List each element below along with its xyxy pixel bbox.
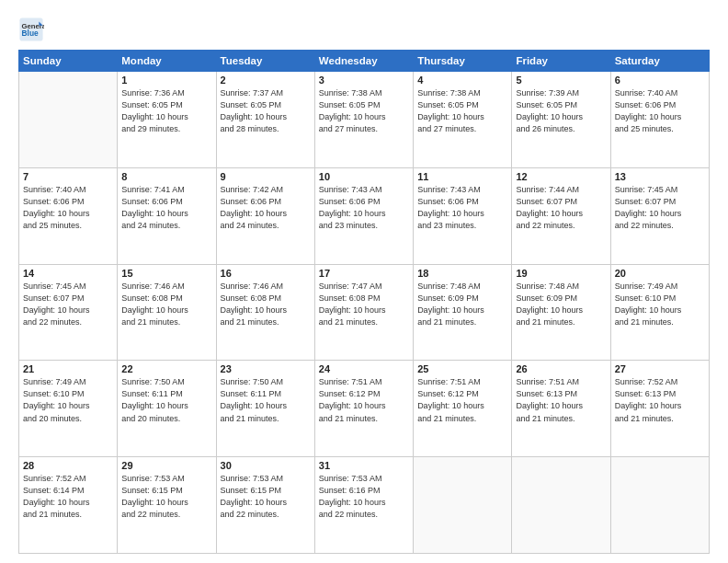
day-info: Sunrise: 7:52 AM Sunset: 6:14 PM Dayligh… [23,473,113,521]
day-number: 26 [516,363,606,374]
day-number: 17 [319,268,409,279]
calendar-cell: 1Sunrise: 7:36 AM Sunset: 6:05 PM Daylig… [118,72,216,168]
calendar-cell: 6Sunrise: 7:40 AM Sunset: 6:06 PM Daylig… [610,72,709,168]
col-header-monday: Monday [118,51,216,72]
day-number: 28 [23,460,113,471]
calendar-cell: 23Sunrise: 7:50 AM Sunset: 6:11 PM Dayli… [216,361,314,457]
calendar-cell: 20Sunrise: 7:49 AM Sunset: 6:10 PM Dayli… [610,264,709,361]
day-info: Sunrise: 7:46 AM Sunset: 6:08 PM Dayligh… [121,281,211,328]
day-number: 16 [221,268,311,279]
calendar-cell: 2Sunrise: 7:37 AM Sunset: 6:05 PM Daylig… [216,72,314,168]
day-number: 9 [221,171,311,182]
day-info: Sunrise: 7:44 AM Sunset: 6:07 PM Dayligh… [516,184,606,232]
day-info: Sunrise: 7:40 AM Sunset: 6:06 PM Dayligh… [615,87,705,135]
day-number: 15 [121,268,211,279]
calendar-cell: 22Sunrise: 7:50 AM Sunset: 6:11 PM Dayli… [118,361,216,457]
calendar-cell: 3Sunrise: 7:38 AM Sunset: 6:05 PM Daylig… [314,72,413,168]
day-number: 2 [221,75,311,86]
svg-text:Blue: Blue [22,29,39,38]
day-info: Sunrise: 7:38 AM Sunset: 6:05 PM Dayligh… [417,87,507,135]
page: General Blue SundayMondayTuesdayWednesda… [0,0,728,563]
day-info: Sunrise: 7:51 AM Sunset: 6:12 PM Dayligh… [319,376,409,424]
calendar-cell: 11Sunrise: 7:43 AM Sunset: 6:06 PM Dayli… [414,167,512,264]
col-header-sunday: Sunday [19,51,118,72]
day-number: 31 [319,460,409,471]
calendar-cell: 29Sunrise: 7:53 AM Sunset: 6:15 PM Dayli… [118,457,216,554]
calendar-cell: 14Sunrise: 7:45 AM Sunset: 6:07 PM Dayli… [19,264,118,361]
calendar-cell: 16Sunrise: 7:46 AM Sunset: 6:08 PM Dayli… [216,264,314,361]
calendar-cell: 28Sunrise: 7:52 AM Sunset: 6:14 PM Dayli… [19,457,118,554]
day-number: 29 [121,460,211,471]
week-row-1: 1Sunrise: 7:36 AM Sunset: 6:05 PM Daylig… [19,72,710,168]
day-number: 6 [615,75,705,86]
day-info: Sunrise: 7:43 AM Sunset: 6:06 PM Dayligh… [417,184,507,232]
day-info: Sunrise: 7:50 AM Sunset: 6:11 PM Dayligh… [221,376,311,424]
calendar-cell [19,72,118,168]
col-header-tuesday: Tuesday [216,51,314,72]
calendar-table: SundayMondayTuesdayWednesdayThursdayFrid… [18,50,710,554]
day-number: 8 [121,171,211,182]
day-info: Sunrise: 7:39 AM Sunset: 6:05 PM Dayligh… [516,87,606,135]
day-number: 3 [319,75,409,86]
day-number: 4 [417,75,507,86]
calendar-cell: 8Sunrise: 7:41 AM Sunset: 6:06 PM Daylig… [118,167,216,264]
day-info: Sunrise: 7:53 AM Sunset: 6:15 PM Dayligh… [121,473,211,521]
calendar-cell: 12Sunrise: 7:44 AM Sunset: 6:07 PM Dayli… [512,167,610,264]
day-info: Sunrise: 7:42 AM Sunset: 6:06 PM Dayligh… [221,184,311,232]
day-info: Sunrise: 7:43 AM Sunset: 6:06 PM Dayligh… [319,184,409,232]
day-info: Sunrise: 7:45 AM Sunset: 6:07 PM Dayligh… [23,281,113,328]
day-number: 19 [516,268,606,279]
day-number: 21 [23,363,113,374]
calendar-cell: 15Sunrise: 7:46 AM Sunset: 6:08 PM Dayli… [118,264,216,361]
day-number: 23 [221,363,311,374]
day-number: 11 [417,171,507,182]
day-number: 1 [121,75,211,86]
calendar-cell: 25Sunrise: 7:51 AM Sunset: 6:12 PM Dayli… [414,361,512,457]
day-info: Sunrise: 7:52 AM Sunset: 6:13 PM Dayligh… [615,376,705,424]
logo-icon: General Blue [18,17,44,42]
logo: General Blue [18,17,48,42]
calendar-cell: 17Sunrise: 7:47 AM Sunset: 6:08 PM Dayli… [314,264,413,361]
header: General Blue [18,17,710,42]
calendar-cell: 24Sunrise: 7:51 AM Sunset: 6:12 PM Dayli… [314,361,413,457]
day-number: 30 [221,460,311,471]
week-row-5: 28Sunrise: 7:52 AM Sunset: 6:14 PM Dayli… [19,457,710,554]
day-info: Sunrise: 7:47 AM Sunset: 6:08 PM Dayligh… [319,281,409,328]
day-info: Sunrise: 7:41 AM Sunset: 6:06 PM Dayligh… [121,184,211,232]
calendar-cell: 31Sunrise: 7:53 AM Sunset: 6:16 PM Dayli… [314,457,413,554]
day-info: Sunrise: 7:49 AM Sunset: 6:10 PM Dayligh… [23,376,113,424]
day-number: 14 [23,268,113,279]
day-info: Sunrise: 7:45 AM Sunset: 6:07 PM Dayligh… [615,184,705,232]
week-row-2: 7Sunrise: 7:40 AM Sunset: 6:06 PM Daylig… [19,167,710,264]
calendar-cell [512,457,610,554]
day-number: 10 [319,171,409,182]
day-number: 20 [615,268,705,279]
calendar-cell: 5Sunrise: 7:39 AM Sunset: 6:05 PM Daylig… [512,72,610,168]
calendar-cell: 26Sunrise: 7:51 AM Sunset: 6:13 PM Dayli… [512,361,610,457]
day-number: 22 [121,363,211,374]
day-info: Sunrise: 7:46 AM Sunset: 6:08 PM Dayligh… [221,281,311,328]
day-number: 27 [615,363,705,374]
calendar-cell: 9Sunrise: 7:42 AM Sunset: 6:06 PM Daylig… [216,167,314,264]
calendar-cell: 7Sunrise: 7:40 AM Sunset: 6:06 PM Daylig… [19,167,118,264]
day-number: 7 [23,171,113,182]
calendar-cell: 21Sunrise: 7:49 AM Sunset: 6:10 PM Dayli… [19,361,118,457]
day-info: Sunrise: 7:53 AM Sunset: 6:16 PM Dayligh… [319,473,409,521]
day-info: Sunrise: 7:51 AM Sunset: 6:13 PM Dayligh… [516,376,606,424]
calendar-header-row: SundayMondayTuesdayWednesdayThursdayFrid… [19,51,710,72]
calendar-cell [610,457,709,554]
day-number: 18 [417,268,507,279]
day-info: Sunrise: 7:51 AM Sunset: 6:12 PM Dayligh… [417,376,507,424]
calendar-cell: 13Sunrise: 7:45 AM Sunset: 6:07 PM Dayli… [610,167,709,264]
day-info: Sunrise: 7:53 AM Sunset: 6:15 PM Dayligh… [221,473,311,521]
col-header-thursday: Thursday [414,51,512,72]
day-info: Sunrise: 7:50 AM Sunset: 6:11 PM Dayligh… [121,376,211,424]
col-header-friday: Friday [512,51,610,72]
day-number: 25 [417,363,507,374]
day-info: Sunrise: 7:37 AM Sunset: 6:05 PM Dayligh… [221,87,311,135]
day-number: 24 [319,363,409,374]
day-number: 5 [516,75,606,86]
week-row-4: 21Sunrise: 7:49 AM Sunset: 6:10 PM Dayli… [19,361,710,457]
calendar-cell: 19Sunrise: 7:48 AM Sunset: 6:09 PM Dayli… [512,264,610,361]
calendar-cell: 30Sunrise: 7:53 AM Sunset: 6:15 PM Dayli… [216,457,314,554]
